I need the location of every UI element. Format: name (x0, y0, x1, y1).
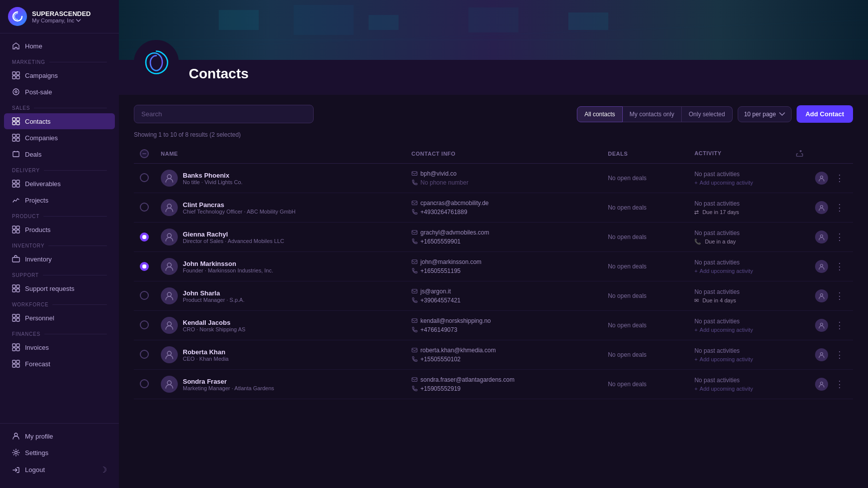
table-row: John Sharla Product Manager · S.p.A. js@… (134, 281, 853, 311)
sidebar-item-settings[interactable]: Settings (4, 445, 115, 461)
filter-mine-button[interactable]: My contacts only (623, 106, 682, 122)
search-input[interactable] (134, 105, 314, 123)
assigned-avatar (815, 172, 828, 185)
deals-cell: No open deals (602, 281, 688, 311)
sidebar-item-companies[interactable]: Companies (4, 130, 115, 146)
table-row: Kendall Jacobs CRO · Norsk Shipping AS k… (134, 311, 853, 340)
svg-point-62 (167, 292, 171, 296)
svg-rect-26 (12, 289, 15, 292)
sidebar-item-my-profile[interactable]: My profile (4, 428, 115, 444)
svg-rect-23 (12, 257, 19, 262)
add-contact-button[interactable]: Add Contact (797, 105, 853, 123)
contact-name-cell: Roberta Khan CEO · Khan Media (155, 340, 406, 370)
row-more-button[interactable]: ⋮ (832, 348, 847, 361)
deals-cell: No open deals (602, 252, 688, 281)
contact-name-cell: John Sharla Product Manager · S.p.A. (155, 281, 406, 311)
row-checkbox[interactable] (140, 350, 149, 359)
activity-cell: No past activities ⇄ Due in 17 days (688, 193, 809, 223)
filter-selected-button[interactable]: Only selected (682, 106, 733, 122)
svg-rect-44 (369, 15, 399, 30)
svg-rect-32 (12, 344, 15, 347)
svg-point-64 (821, 294, 823, 296)
app-logo (8, 7, 27, 26)
table-row: Clint Pancras Chief Technology Officer ·… (134, 193, 853, 223)
activity-cell: No past activities + Add upcoming activi… (688, 311, 809, 340)
activity-cell: No past activities 📞 Due in a day (688, 223, 809, 252)
activity-cell: No past activities + Add upcoming activi… (688, 252, 809, 281)
row-checkbox-cell (134, 164, 155, 193)
row-more-button[interactable]: ⋮ (832, 319, 847, 332)
sidebar-item-deliverables[interactable]: Deliverables (4, 176, 115, 192)
table-header-deals: Deals (602, 144, 688, 164)
row-checkbox[interactable] (140, 262, 149, 271)
sidebar-item-inventory[interactable]: Inventory (4, 251, 115, 267)
svg-rect-6 (12, 118, 15, 121)
row-checkbox[interactable] (140, 173, 149, 182)
svg-point-68 (167, 351, 171, 355)
row-checkbox[interactable] (140, 291, 149, 300)
svg-point-59 (167, 263, 171, 267)
row-checkbox[interactable] (140, 203, 149, 212)
row-more-button[interactable]: ⋮ (832, 172, 847, 185)
filter-all-button[interactable]: All contacts (577, 106, 622, 122)
company-switcher[interactable]: My Company, Inc (32, 17, 91, 23)
row-checkbox[interactable] (140, 379, 149, 388)
campaigns-icon (12, 71, 20, 79)
sidebar-item-forecast[interactable]: Forecast (4, 356, 115, 372)
products-icon (12, 226, 20, 234)
row-checkbox-cell (134, 340, 155, 370)
row-more-button[interactable]: ⋮ (832, 260, 847, 273)
svg-rect-39 (16, 364, 19, 367)
svg-rect-2 (12, 76, 15, 79)
svg-rect-8 (12, 122, 15, 125)
svg-rect-13 (16, 138, 19, 141)
svg-rect-37 (16, 360, 19, 363)
spiral-icon (141, 47, 171, 77)
contact-name-cell: Sondra Fraser Marketing Manager · Atlant… (155, 370, 406, 399)
svg-rect-21 (12, 230, 15, 233)
per-page-select[interactable]: 10 per page (738, 106, 792, 122)
svg-point-5 (15, 91, 17, 93)
sidebar-nav: Home Marketing Campaigns Post-sale Sales… (0, 33, 119, 423)
activity-cell: No past activities + Add upcoming activi… (688, 340, 809, 370)
sidebar-item-campaigns[interactable]: Campaigns (4, 67, 115, 83)
row-checkbox[interactable] (140, 320, 149, 329)
sidebar-item-logout[interactable]: Logout ☽ (4, 461, 115, 479)
svg-rect-43 (294, 5, 354, 35)
sidebar-item-contacts[interactable]: Contacts (4, 113, 115, 129)
row-more-button[interactable]: ⋮ (832, 378, 847, 391)
sidebar-item-post-sale[interactable]: Post-sale (4, 84, 115, 100)
chevron-down-icon (779, 112, 785, 116)
sidebar-item-products[interactable]: Products (4, 222, 115, 238)
sidebar-item-support-requests[interactable]: Support requests (4, 280, 115, 296)
sidebar-item-home[interactable]: Home (4, 38, 115, 54)
assigned-avatar (815, 348, 828, 361)
svg-rect-15 (12, 180, 15, 183)
svg-point-67 (821, 323, 823, 326)
table-row: Banks Phoenix No title · Vivid Lights Co… (134, 164, 853, 193)
svg-rect-33 (16, 344, 19, 347)
assigned-avatar (815, 231, 828, 244)
svg-rect-60 (412, 260, 417, 264)
svg-point-71 (167, 381, 171, 385)
deliverables-icon (12, 180, 20, 188)
row-more-button[interactable]: ⋮ (832, 231, 847, 244)
row-checkbox[interactable] (140, 233, 149, 242)
svg-point-61 (821, 264, 823, 267)
section-support: Support (0, 267, 119, 280)
sidebar-header: SUPERASCENDED My Company, Inc (0, 0, 119, 33)
sidebar-item-projects[interactable]: Projects (4, 192, 115, 208)
svg-point-4 (13, 89, 19, 95)
app-name: SUPERASCENDED (32, 10, 91, 17)
row-more-button[interactable]: ⋮ (832, 201, 847, 214)
deals-cell: No open deals (602, 370, 688, 399)
sidebar-item-invoices[interactable]: Invoices (4, 339, 115, 355)
svg-rect-7 (16, 118, 19, 121)
contact-info-cell: cpancras@abcmobility.de +4930264761889 (406, 193, 602, 223)
table-row: Gienna Rachyl Director of Sales · Advanc… (134, 223, 853, 252)
sidebar-item-personnel[interactable]: Personnel (4, 310, 115, 326)
row-more-button[interactable]: ⋮ (832, 289, 847, 302)
svg-rect-19 (12, 226, 15, 229)
svg-rect-11 (16, 134, 19, 137)
sidebar-item-deals[interactable]: Deals (4, 146, 115, 162)
